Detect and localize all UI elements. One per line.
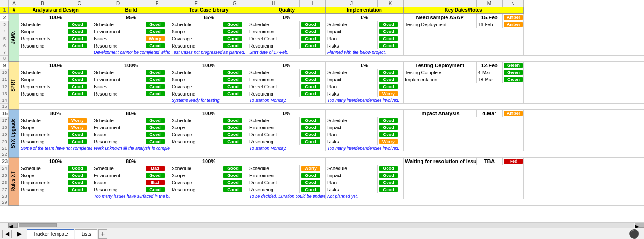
rules-resourcing-status: Good [66,186,92,193]
rules-impl-plan-status: Good [378,179,404,186]
sprt-pct-impl: 0% [326,62,404,69]
sprt-impl-plan-status: Good [378,83,404,90]
sprt-pct-row: 9 SPRT 100% 100% 100% 0% 0% Testing Depl… [0,62,644,69]
rules-tcl-schedule-label: Schedule [170,165,222,172]
jamx-pct-quality: 0% [248,14,326,21]
row-num-28: 28 [0,193,9,199]
jamx-key-empty2 [404,35,524,42]
syx-key-empty2 [404,124,524,131]
col-b-header[interactable]: B [19,0,66,7]
col-l-header[interactable]: L [404,0,477,7]
tab-bar: ◀ ▶ Tracker Tempate Lists + ⚫ [0,228,644,239]
sprt-group-label: SPRT [10,79,16,92]
jamx-build-schedule-status: Good [144,21,170,28]
sprt-scope-label: Scope [19,76,66,83]
sprt-schedule-status: Good [66,69,92,76]
syx-build-issues-status: Good [144,131,170,138]
horizontal-scrollbar[interactable]: ◀ ▶ [0,222,644,228]
scroll-left-btn[interactable]: ◀ [8,223,18,228]
syx-build-resourcing-label: Resourcing [92,138,144,145]
col-a-header[interactable]: A [9,0,19,7]
rules-group-label: Rules XT [10,171,16,191]
syx-pct-impl [326,110,404,117]
row-num-20: 20 [0,138,9,145]
col-k-header[interactable]: K [378,0,404,7]
tab-tracker-template[interactable]: Tracker Tempate [27,229,74,239]
jamx-pct-tcl: 65% [170,14,248,21]
sprt-qual-defect-status: Good [300,83,326,90]
rules-pct-row: 23 Rules XT 100% 80% 100% Waiting for re… [0,158,644,165]
scroll-tabs-left[interactable]: ◀ [2,230,12,238]
sheet-area: A B C D E F G H I J K L M N [0,0,644,222]
rules-tcl-coverage-status: Good [222,179,248,186]
syx-row-19: 19 Requirements Good Issues Good Coverag… [0,131,644,138]
col-n-header[interactable]: N [503,0,524,7]
tcl-header: Test Case Library [170,7,248,14]
jamx-pct-analysis: 100% [19,14,92,21]
syx-impl-schedule-label: Schedule [326,117,378,124]
sprt-row-11: 11 Scope Good Environment Good Scope Goo… [0,76,644,83]
col-f-header[interactable]: F [170,0,222,7]
col-d-header[interactable]: D [92,0,144,7]
tab-lists[interactable]: Lists [75,229,97,239]
add-tab-button[interactable]: + [98,229,107,239]
syx-qual-resourcing-label: Resourcing [248,138,300,145]
jamx-build-schedule-label: Schedule [92,21,144,28]
rules-tcl-scope-status: Good [222,172,248,179]
jamx-row-3: 3 Schedule Good Schedule Good Schedule G… [0,21,644,28]
analysis-design-header: Analysis and Design [19,7,92,14]
row-num-23: 23 [0,158,9,165]
jamx-build-resourcing-label: Resourcing [92,42,144,49]
sprt-resourcing-status: Good [66,90,92,97]
sprt-row-12: 12 Requirements Good Issues Good Coverag… [0,83,644,90]
sprt-quality-note: To start on Monday. [248,97,326,104]
scroll-right-btn[interactable]: ▶ [635,223,644,228]
rules-key-empty1 [404,165,524,172]
syx-impl-risks-label: Risks [326,138,378,145]
sprt-build-schedule-label: Schedule [92,69,144,76]
sprt-key-empty1 [404,83,524,90]
syx-key-empty5 [404,145,524,151]
tab-tracker-label: Tracker Tempate [33,231,68,237]
rules-qual-schedule-label: Schedule [248,165,300,172]
sprt-tcl-coverage-status: Good [222,83,248,90]
syx-scope-status: Worry [66,124,92,131]
syx-tcl-note [170,145,248,151]
syx-tcl-coverage-status: Good [222,131,248,138]
rules-build-schedule-status: Bad [144,165,170,172]
syx-qual-defect-label: Defect Count [248,131,300,138]
sprt-qual-env-status: Good [300,76,326,83]
jamx-key1-date: 15-Feb [477,14,503,21]
sprt-build-issues-label: Issues [92,83,144,90]
row-num-11: 11 [0,76,9,83]
sprt-pct-tcl: 100% [170,62,248,69]
scroll-thumb[interactable] [19,223,57,227]
col-i-header[interactable]: I [300,0,326,7]
scroll-tabs-right[interactable]: ▶ [15,230,24,238]
rules-label: Rules XT [9,158,19,206]
syx-blank [19,151,644,158]
rules-key1-label: Waiting for resolution of issues [404,158,477,165]
col-g-header[interactable]: G [222,0,248,7]
hash-header: # [9,7,19,14]
rules-key-empty3 [404,179,524,186]
col-j-header[interactable]: J [326,0,378,7]
row-num-9: 9 [0,62,9,69]
row-num-3: 3 [0,21,9,28]
jamx-build-issues-label: Issues [92,35,144,42]
jamx-analysis-note [19,49,92,56]
syx-build-note: Work unknown till the analysis is comple… [92,145,170,151]
sprt-key1-status: Green [503,62,524,69]
jamx-tcl-resourcing-status: Good [222,42,248,49]
col-m-header[interactable]: M [477,0,503,7]
scroll-track[interactable] [19,223,634,228]
syx-qual-resourcing-status: Good [300,138,326,145]
col-c-header[interactable]: C [66,0,92,7]
syx-impl-impact-label: Impact [326,124,378,131]
rules-qual-env-status: Good [300,172,326,179]
col-h-header[interactable]: H [248,0,300,7]
rules-blank [19,199,644,206]
col-e-header[interactable]: E [144,0,170,7]
jamx-impl-plan-label: Plan [326,35,378,42]
rules-build-env-label: Environment [92,172,144,179]
